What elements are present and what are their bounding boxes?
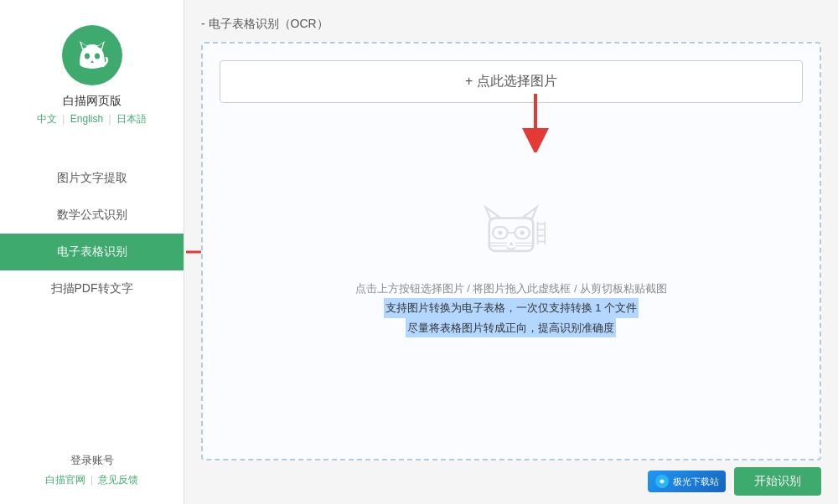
sidebar-footer: 登录账号 白描官网 | 意见反馈: [0, 453, 184, 487]
nav-item-pdf-ocr[interactable]: 扫描PDF转文字: [0, 270, 184, 307]
feedback-link[interactable]: 意见反馈: [98, 474, 138, 486]
lang-ja[interactable]: 日本語: [116, 113, 147, 125]
page-title: - 电子表格识别（OCR）: [201, 17, 821, 32]
lang-en[interactable]: English: [70, 113, 103, 125]
upload-arrow-icon: [506, 90, 565, 156]
instruction-line1: 点击上方按钮选择图片 / 将图片拖入此虚线框 / 从剪切板粘贴截图: [355, 279, 668, 298]
start-recognition-button[interactable]: 开始识别: [734, 467, 821, 496]
watermark-icon: [654, 474, 670, 489]
nav-item-table-ocr[interactable]: 电子表格识别: [0, 234, 184, 270]
official-site-link[interactable]: 白描官网: [45, 474, 85, 486]
nav-menu: 图片文字提取 数学公式识别 电子表格识别 扫描PDF转文字: [0, 160, 184, 307]
language-switcher[interactable]: 中文 | English | 日本語: [37, 112, 147, 126]
app-name-label: 白描网页版: [63, 94, 122, 109]
nav-item-image-ocr[interactable]: 图片文字提取: [0, 160, 184, 197]
svg-point-4: [85, 54, 90, 59]
svg-point-16: [520, 230, 525, 234]
footer-links: 白描官网 | 意见反馈: [45, 473, 139, 487]
bottom-bar: 极光下载站 开始识别: [201, 460, 821, 496]
instruction-line2: 支持图片转换为电子表格，一次仅支持转换 1 个文件: [384, 298, 639, 317]
lang-zh[interactable]: 中文: [37, 113, 57, 125]
watermark-label: 极光下载站: [673, 476, 719, 488]
svg-point-15: [498, 230, 502, 234]
watermark-badge: 极光下载站: [648, 471, 726, 492]
nav-item-math-ocr[interactable]: 数学公式识别: [0, 197, 184, 234]
cat-illustration: [473, 203, 549, 265]
svg-point-5: [95, 54, 100, 59]
login-label[interactable]: 登录账号: [70, 453, 114, 468]
sidebar: 白描网页版 中文 | English | 日本語 图片文字提取 数学公式识别 电…: [0, 0, 184, 504]
drop-zone[interactable]: + 点此选择图片: [201, 42, 821, 460]
app-logo: [62, 25, 122, 85]
main-content: - 电子表格识别（OCR） + 点此选择图片: [184, 0, 838, 504]
instruction-line3: 尽量将表格图片转成正向，提高识别准确度: [406, 318, 616, 337]
instruction-text: 点击上方按钮选择图片 / 将图片拖入此虚线框 / 从剪切板粘贴截图 支持图片转换…: [355, 279, 668, 337]
svg-marker-17: [509, 242, 513, 245]
